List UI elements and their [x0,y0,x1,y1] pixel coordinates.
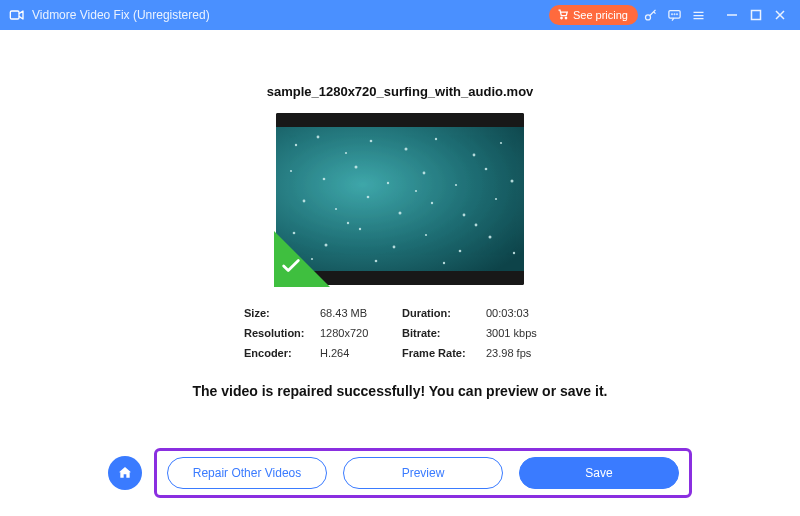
file-name: sample_1280x720_surfing_with_audio.mov [267,84,534,99]
framerate-label: Frame Rate: [402,347,480,359]
svg-point-36 [393,246,396,249]
cart-icon [557,8,569,22]
svg-point-10 [295,144,297,146]
svg-point-7 [676,13,677,14]
svg-point-19 [323,178,326,181]
svg-point-26 [303,200,306,203]
svg-point-30 [431,202,433,204]
size-label: Size: [244,307,314,319]
svg-point-46 [415,190,417,192]
svg-point-20 [355,166,358,169]
svg-point-39 [489,236,492,239]
see-pricing-label: See pricing [573,9,628,21]
maximize-button[interactable] [744,0,768,30]
svg-point-5 [671,13,672,14]
svg-point-35 [359,228,361,230]
repair-other-videos-button[interactable]: Repair Other Videos [167,457,327,489]
bottom-actions: Repair Other Videos Preview Save [0,448,800,498]
svg-rect-8 [752,11,761,20]
svg-point-29 [399,212,402,215]
svg-point-45 [347,222,349,224]
svg-point-31 [463,214,466,217]
svg-point-11 [317,136,320,139]
check-icon [280,255,302,281]
duration-value: 00:03:03 [486,307,556,319]
framerate-value: 23.98 fps [486,347,556,359]
close-button[interactable] [768,0,792,30]
titlebar: Vidmore Video Fix (Unregistered) See pri… [0,0,800,30]
app-title: Vidmore Video Fix (Unregistered) [32,8,210,22]
main-content: sample_1280x720_surfing_with_audio.mov [0,30,800,516]
minimize-button[interactable] [720,0,744,30]
svg-point-40 [513,252,515,254]
resolution-label: Resolution: [244,327,314,339]
see-pricing-button[interactable]: See pricing [549,5,638,25]
status-message: The video is repaired successfully! You … [193,383,608,399]
feedback-icon[interactable] [662,0,686,30]
size-value: 68.43 MB [320,307,396,319]
svg-point-37 [425,234,427,236]
video-info-grid: Size: 68.43 MB Duration: 00:03:03 Resolu… [244,307,556,359]
svg-point-27 [335,208,337,210]
video-thumbnail [276,113,524,285]
resolution-value: 1280x720 [320,327,396,339]
action-button-group: Repair Other Videos Preview Save [154,448,692,498]
app-logo [8,6,26,24]
svg-point-1 [561,17,563,19]
svg-point-12 [345,152,347,154]
svg-point-32 [495,198,497,200]
svg-point-17 [500,142,502,144]
bitrate-label: Bitrate: [402,327,480,339]
svg-point-23 [455,184,457,186]
svg-point-28 [367,196,370,199]
success-badge [274,231,330,287]
svg-point-15 [435,138,437,140]
svg-point-43 [443,262,445,264]
svg-point-21 [387,182,389,184]
svg-point-2 [565,17,567,19]
svg-point-14 [405,148,408,151]
svg-point-13 [370,140,373,143]
svg-point-24 [485,168,488,171]
key-icon[interactable] [638,0,662,30]
save-button[interactable]: Save [519,457,679,489]
encoder-value: H.264 [320,347,396,359]
svg-point-44 [475,224,478,227]
svg-point-3 [645,14,650,19]
preview-button[interactable]: Preview [343,457,503,489]
svg-point-18 [290,170,292,172]
svg-point-22 [423,172,426,175]
svg-rect-0 [10,11,19,19]
menu-icon[interactable] [686,0,710,30]
duration-label: Duration: [402,307,480,319]
svg-point-16 [473,154,476,157]
encoder-label: Encoder: [244,347,314,359]
bitrate-value: 3001 kbps [486,327,556,339]
home-icon [117,465,133,481]
svg-point-42 [375,260,378,263]
home-button[interactable] [108,456,142,490]
svg-point-25 [511,180,514,183]
svg-point-38 [459,250,462,253]
svg-point-6 [674,13,675,14]
